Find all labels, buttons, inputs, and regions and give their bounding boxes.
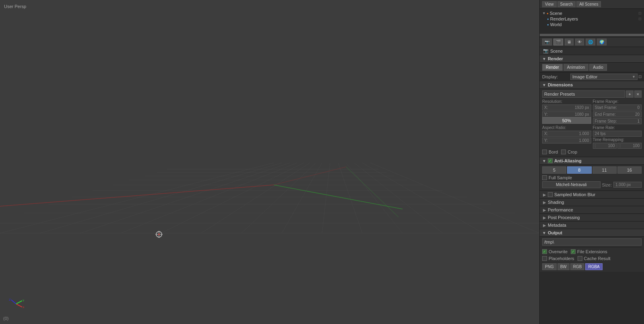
aa-btn-16[interactable]: 16 bbox=[617, 166, 642, 174]
outliner-scrollbar[interactable] bbox=[540, 34, 644, 36]
performance-expand-icon: ▶ bbox=[543, 208, 546, 212]
end-frame-field[interactable]: End Frame: 20 bbox=[593, 111, 642, 117]
outliner-header-buttons: View Search All Scenes bbox=[542, 1, 601, 7]
render-icon-btn[interactable]: 🎬 bbox=[553, 39, 563, 45]
crop-checkbox[interactable] bbox=[561, 150, 566, 154]
frame-rate-label: Frame Rate: bbox=[593, 125, 642, 130]
dimensions-content: Render Presets + × Resolution: X: 1920 p… bbox=[540, 89, 644, 157]
dimensions-section-header[interactable]: ▼ Dimensions bbox=[540, 81, 644, 89]
overwrite-label: Overwrite bbox=[549, 249, 568, 254]
outliner-view-button[interactable]: View bbox=[542, 1, 557, 7]
time-remapping-label: Time Remapping: bbox=[593, 137, 642, 142]
viewport: User Persp X Y Z (0) bbox=[0, 0, 539, 324]
camera-icon-btn[interactable]: 📷 bbox=[542, 39, 552, 45]
3d-cursor bbox=[155, 231, 163, 238]
properties-panel: 📷 🎬 🖥 👁 🌐 🌍 📷 Scene ▼ Render Render Anim… bbox=[540, 37, 644, 324]
output-section-header[interactable]: ▼ Output bbox=[540, 229, 644, 237]
end-frame-label: End Frame: bbox=[595, 112, 616, 117]
filter-button[interactable]: Mitchell-Netravali bbox=[542, 181, 601, 188]
frame-step-label: Frame Step: bbox=[595, 119, 617, 123]
display-expand-icon[interactable]: ⊡ bbox=[638, 74, 642, 79]
shading-section[interactable]: ▶ Shading bbox=[540, 199, 644, 206]
bord-checkbox[interactable] bbox=[542, 150, 547, 154]
resolution-y-field[interactable]: Y: 1080 px bbox=[542, 111, 591, 117]
world-dot-icon: ● bbox=[547, 23, 549, 27]
time-remap-old-field[interactable]: : 100 bbox=[593, 143, 617, 149]
overwrite-checkbox[interactable]: ✓ bbox=[542, 249, 547, 254]
format-rgb-button[interactable]: RGB bbox=[570, 263, 585, 270]
smb-expand-icon: ▶ bbox=[543, 193, 546, 197]
post-processing-section[interactable]: ▶ Post Processing bbox=[540, 214, 644, 221]
render-section-header[interactable]: ▼ Render bbox=[540, 55, 644, 63]
outliner-scene-item[interactable]: ▼ ● Scene ⊡ bbox=[542, 10, 642, 16]
format-bw-button[interactable]: BW bbox=[557, 263, 570, 270]
world-icon-btn[interactable]: 🌍 bbox=[597, 39, 607, 45]
aspect-x-field[interactable]: X: 1.000 bbox=[542, 131, 591, 137]
output-path-row bbox=[542, 238, 642, 248]
outliner-all-scenes-button[interactable]: All Scenes bbox=[576, 1, 601, 7]
placeholders-checkbox[interactable] bbox=[542, 256, 547, 261]
view-icon-btn[interactable]: 👁 bbox=[575, 39, 584, 45]
scene-icon-btn[interactable]: 🌐 bbox=[586, 39, 595, 45]
aa-btn-11[interactable]: 11 bbox=[592, 166, 617, 174]
render-tab-animation[interactable]: Animation bbox=[564, 64, 588, 71]
output-path-input[interactable] bbox=[542, 238, 642, 246]
aa-section-title: Anti-Aliasing bbox=[554, 158, 582, 163]
aa-sample-buttons: 5 8 11 16 bbox=[542, 166, 642, 174]
render-presets-row: Render Presets + × bbox=[542, 90, 642, 98]
shading-expand-icon: ▶ bbox=[543, 200, 546, 205]
aa-btn-5[interactable]: 5 bbox=[542, 166, 566, 174]
aspect-y-field[interactable]: Y: 1.000 bbox=[542, 137, 591, 144]
time-remap-colon2: : bbox=[619, 144, 621, 148]
aa-btn-8[interactable]: 8 bbox=[567, 166, 591, 174]
svg-text:X: X bbox=[23, 306, 24, 309]
presets-add-button[interactable]: + bbox=[626, 90, 633, 98]
frame-rate-field[interactable]: 24 fps bbox=[593, 131, 642, 137]
frame-range-label: Frame Range: bbox=[593, 99, 642, 104]
size-field[interactable]: 1.000 px bbox=[613, 182, 642, 188]
render-tab-render[interactable]: Render bbox=[542, 64, 563, 71]
render-presets-button[interactable]: Render Presets bbox=[542, 90, 625, 98]
scene-tree: ▼ ● Scene ⊡ ● RenderLayers ⊡ ● World bbox=[540, 9, 644, 33]
output-icon-btn[interactable]: 🖥 bbox=[565, 39, 574, 45]
bord-label: Bord bbox=[549, 150, 558, 154]
scene-dot-icon: ● bbox=[547, 12, 549, 15]
time-remap-new-field[interactable]: : 100 bbox=[617, 143, 642, 149]
time-remap-colon: : bbox=[595, 144, 596, 148]
format-png-button[interactable]: PNG bbox=[542, 263, 557, 270]
file-extensions-checkbox[interactable]: ✓ bbox=[571, 249, 576, 254]
frame-step-field[interactable]: Frame Step: 1 bbox=[593, 118, 642, 124]
aspect-y-prefix: Y: bbox=[544, 138, 548, 143]
aa-checkbox[interactable]: ✓ bbox=[548, 158, 553, 163]
resolution-label: Resolution: bbox=[542, 99, 591, 104]
cache-result-checkbox[interactable] bbox=[578, 256, 582, 261]
svg-text:Y: Y bbox=[23, 299, 24, 302]
svg-line-36 bbox=[11, 300, 16, 304]
render-tab-audio[interactable]: Audio bbox=[589, 64, 607, 71]
end-frame-value: 20 bbox=[635, 112, 640, 117]
y-value: 1080 px bbox=[575, 112, 589, 117]
display-value-select[interactable]: Image Editor ▼ bbox=[570, 74, 638, 80]
aa-section-header[interactable]: ▼ ✓ Anti-Aliasing bbox=[540, 157, 644, 165]
full-sample-checkbox[interactable] bbox=[542, 175, 547, 180]
smb-label: Sampled Motion Blur bbox=[554, 192, 595, 197]
outliner-world-item[interactable]: ● World bbox=[542, 22, 642, 27]
pp-expand-icon: ▶ bbox=[543, 215, 546, 220]
sampled-motion-blur-section[interactable]: ▶ Sampled Motion Blur bbox=[540, 191, 644, 199]
aspect-x-prefix: X: bbox=[544, 131, 548, 136]
resolution-pct-field[interactable]: 50% bbox=[542, 117, 591, 124]
x-label: X: bbox=[544, 105, 548, 110]
format-rgba-button[interactable]: RGBA bbox=[585, 263, 602, 270]
aspect-framerate-row: Aspect Ratio: X: 1.000 Y: 1.000 Frame Ra… bbox=[542, 125, 642, 149]
output-expand-icon: ▼ bbox=[542, 231, 546, 235]
start-frame-field[interactable]: Start Frame: 0 bbox=[593, 105, 642, 111]
performance-section[interactable]: ▶ Performance bbox=[540, 206, 644, 214]
presets-remove-button[interactable]: × bbox=[634, 90, 642, 98]
svg-line-34 bbox=[16, 304, 22, 307]
scene-label-row: 📷 Scene bbox=[540, 47, 644, 55]
resolution-x-field[interactable]: X: 1920 px bbox=[542, 105, 591, 111]
outliner-search-button[interactable]: Search bbox=[557, 1, 576, 7]
metadata-section[interactable]: ▶ Metadata bbox=[540, 221, 644, 229]
smb-checkbox[interactable] bbox=[548, 192, 553, 197]
outliner-renderlayers-item[interactable]: ● RenderLayers ⊡ bbox=[542, 16, 642, 22]
